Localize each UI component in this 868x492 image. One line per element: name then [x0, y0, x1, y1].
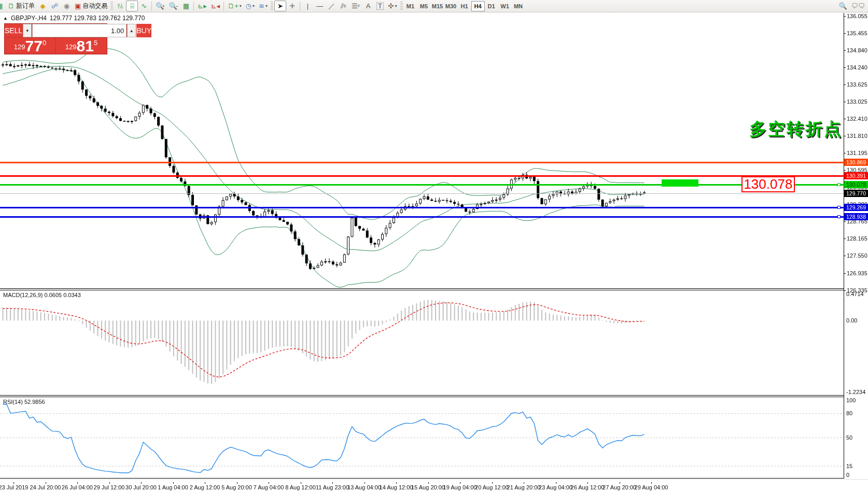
line-handle[interactable]: [837, 206, 841, 209]
trendline-button[interactable]: ／: [326, 1, 338, 11]
auto-scroll-button[interactable]: ⊾▸: [195, 1, 208, 11]
rsi-axis-label: 100: [846, 397, 856, 403]
date-label: 26 Aug 12:00: [571, 484, 605, 490]
date-label: 27 Aug 20:00: [603, 484, 636, 490]
volume-input[interactable]: [32, 24, 127, 37]
new-chart-icon[interactable]: ▦: [0, 1, 6, 11]
new-order-button[interactable]: 🗋 新订单: [6, 1, 37, 11]
timeframe-m5[interactable]: M5: [417, 1, 431, 11]
timeframe-h4[interactable]: H4: [471, 1, 485, 11]
chat-button[interactable]: 🗩🗨: [849, 1, 867, 11]
rsi-indicator-label: RSI(14) 52.9856: [3, 399, 45, 405]
new-order-icon: 🗋: [8, 3, 15, 9]
time-tick: [173, 482, 174, 484]
auto-scroll-icon: ⊾▸: [198, 3, 206, 9]
time-tick: [77, 482, 78, 484]
shapes-icon: ✣: [388, 3, 394, 9]
horizontal-line-icon: —: [316, 3, 323, 9]
navigator-button[interactable]: ◉: [61, 1, 73, 11]
timeframe-m30[interactable]: M30: [444, 1, 458, 11]
timeframe-d1[interactable]: D1: [485, 1, 498, 11]
horizontal-level-line[interactable]: [0, 184, 844, 186]
chart-shift-button[interactable]: ⊾◂: [209, 1, 222, 11]
price-tick-label: 131.195: [847, 150, 867, 156]
sell-price-display[interactable]: 129770: [5, 38, 55, 54]
new-order-label: 新订单: [16, 2, 35, 10]
cursor-button[interactable]: ➤: [274, 1, 286, 11]
timeframe-w1[interactable]: W1: [498, 1, 512, 11]
channel-button[interactable]: ⫽E: [338, 1, 349, 11]
time-tick: [13, 482, 14, 484]
horizontal-level-line[interactable]: [0, 175, 844, 177]
price-chart-canvas[interactable]: [0, 13, 868, 492]
auto-trading-icon: ▣: [75, 3, 81, 9]
volume-increase-button[interactable]: ▲: [127, 24, 136, 37]
horizontal-level-line[interactable]: [0, 207, 844, 208]
auto-trading-button[interactable]: ▣ 自动交易: [73, 1, 109, 11]
timeframe-m1[interactable]: M1: [404, 1, 417, 11]
date-label: 15 Aug 20:00: [411, 484, 445, 490]
date-label: 29 Jul 12:00: [94, 484, 125, 490]
time-tick: [46, 482, 46, 484]
price-tick-label: 133.625: [847, 81, 867, 88]
current-price-line: [0, 193, 844, 194]
date-label: 30 Jul 20:00: [125, 484, 157, 490]
text-button[interactable]: A: [362, 1, 374, 11]
fibonacci-button[interactable]: ☰F: [349, 1, 362, 11]
tile-windows-button[interactable]: ▦: [180, 1, 192, 11]
crosshair-icon: ✛: [289, 3, 295, 9]
buy-price-display[interactable]: 129815: [56, 38, 107, 54]
indicators-icon: 🗋+: [228, 3, 239, 9]
templates-button[interactable]: ≋▾: [257, 1, 270, 11]
data-window-button[interactable]: ☍: [49, 1, 61, 11]
macd-pane-separator[interactable]: [0, 288, 844, 290]
zoom-out-button[interactable]: 🔍−: [167, 1, 180, 11]
timeframe-m15[interactable]: M15: [431, 1, 444, 11]
shapes-button[interactable]: ✣▾: [386, 1, 399, 11]
horizontal-level-line[interactable]: [0, 216, 844, 218]
line-handle[interactable]: [837, 183, 841, 186]
buy-button[interactable]: BUY: [136, 24, 151, 37]
text-label-button[interactable]: T: [374, 1, 386, 11]
chart-shift-icon: ⊾◂: [211, 3, 220, 9]
horizontal-level-line[interactable]: [0, 162, 844, 163]
line-handle[interactable]: [837, 215, 841, 218]
line-chart-button[interactable]: ∿: [138, 1, 150, 11]
chat-icon: 🗩🗨: [851, 3, 865, 9]
date-label: 5 Aug 20:00: [221, 484, 252, 490]
annotation-text-object[interactable]: 多空转折点: [749, 118, 843, 141]
current-price-label: 129.770: [844, 190, 868, 197]
indicators-button[interactable]: 🗋+▾: [226, 1, 244, 11]
hline-button[interactable]: —: [314, 1, 326, 11]
time-tick: [301, 482, 301, 484]
rsi-axis-label: 50: [846, 434, 852, 441]
timeframe-toolbar: M1M5M15M30H1H4D1W1MN: [404, 1, 525, 11]
price-tick-label: 128.165: [847, 235, 867, 242]
bar-chart-button[interactable]: ⫯⫰: [114, 1, 126, 11]
cursor-icon: ➤: [277, 3, 283, 9]
zoom-in-button[interactable]: 🔍+: [153, 1, 167, 11]
rsi-pane-separator[interactable]: [0, 395, 844, 397]
price-callout-box[interactable]: 130.078: [741, 176, 795, 192]
timeframe-mn[interactable]: MN: [512, 1, 525, 11]
candlestick-chart-button[interactable]: ⌹: [126, 1, 138, 11]
highlight-rectangle-object[interactable]: [662, 179, 699, 186]
price-level-label: 130.391: [844, 172, 868, 179]
collapse-triangle-icon[interactable]: ▲: [3, 16, 8, 21]
time-tick: [205, 482, 205, 484]
time-tick: [524, 482, 524, 484]
auto-trading-label: 自动交易: [82, 2, 107, 10]
search-button[interactable]: 🔍: [837, 1, 849, 11]
crosshair-button[interactable]: ✛: [286, 1, 298, 11]
time-tick: [460, 482, 460, 484]
market-watch-button[interactable]: ◆: [37, 1, 49, 11]
volume-decrease-button[interactable]: ▼: [23, 24, 32, 37]
chart-window: ▲ GBPJPY-,H4 129.777 129.783 129.762 129…: [0, 13, 868, 492]
time-tick: [428, 482, 429, 484]
sell-button[interactable]: SELL: [5, 24, 22, 37]
timeframe-h1[interactable]: H1: [458, 1, 471, 11]
date-label: 7 Aug 04:00: [254, 484, 284, 490]
periods-button[interactable]: ◷▾: [244, 1, 257, 11]
vline-button[interactable]: |: [302, 1, 314, 11]
time-tick: [237, 482, 237, 484]
